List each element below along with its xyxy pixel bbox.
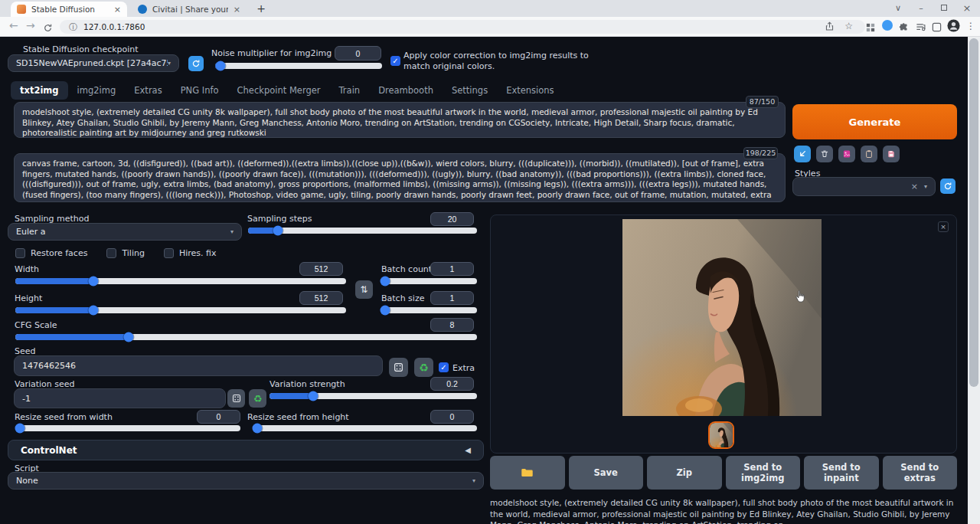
tab-img2img[interactable]: img2img [68, 81, 126, 100]
send-to-img2img-button[interactable]: Send to img2img [726, 456, 801, 490]
slider-knob[interactable] [381, 277, 390, 287]
browser-tab-stable-diffusion[interactable]: Stable Diffusion × [11, 2, 127, 17]
generated-image[interactable] [622, 219, 822, 416]
slider-knob[interactable] [88, 277, 98, 287]
styles-dropdown[interactable]: × ▾ [792, 177, 936, 196]
swap-dimensions-button[interactable]: ⇅ [355, 280, 373, 299]
tab-dreambooth[interactable]: Dreambooth [369, 81, 443, 100]
cfg-scale-slider[interactable] [15, 334, 477, 340]
batch-size-value[interactable] [430, 291, 474, 305]
bookmark-star-icon[interactable]: ☆ [844, 21, 853, 31]
save-button[interactable]: Save [569, 456, 644, 490]
slider-knob[interactable] [308, 391, 318, 401]
batch-size-slider[interactable] [381, 307, 477, 313]
color-correction-checkbox[interactable]: ✓ [390, 56, 400, 66]
variation-strength-slider[interactable] [270, 393, 477, 399]
save-style-button[interactable] [883, 146, 900, 162]
side-panel-icon[interactable] [932, 21, 942, 35]
script-dropdown[interactable]: None ▾ [8, 472, 484, 490]
generate-button[interactable]: Generate [792, 104, 957, 139]
sampling-steps-slider[interactable] [248, 228, 477, 234]
resize-seed-height-value[interactable] [430, 410, 474, 424]
slider-knob[interactable] [123, 332, 133, 342]
playlist-icon[interactable] [916, 21, 926, 35]
variation-seed-recycle-button[interactable]: ♻ [249, 389, 266, 408]
slider-knob[interactable] [15, 424, 24, 434]
batch-count-slider[interactable] [381, 278, 477, 284]
cfg-scale-value[interactable] [430, 318, 474, 332]
paste-params-button[interactable] [794, 146, 811, 162]
tab-png-info[interactable]: PNG Info [172, 81, 228, 100]
batch-count-value[interactable] [430, 262, 474, 276]
back-icon[interactable]: ← [9, 19, 18, 31]
extension-blue-icon[interactable] [882, 20, 893, 31]
apply-style-button[interactable] [861, 146, 877, 162]
profile-avatar[interactable] [947, 19, 960, 35]
height-slider[interactable] [15, 307, 346, 313]
variation-seed-dice-button[interactable] [227, 389, 245, 408]
tiling-checkbox[interactable] [106, 248, 116, 258]
extra-seed-checkbox[interactable]: ✓ [439, 362, 449, 372]
new-tab-button[interactable]: + [254, 2, 268, 16]
clear-styles-icon[interactable]: × [911, 182, 918, 192]
random-seed-dice-button[interactable] [389, 358, 408, 377]
tab-train[interactable]: Train [330, 81, 370, 100]
noise-multiplier-slider[interactable] [215, 63, 382, 69]
controlnet-accordion[interactable]: ControlNet ◀ [8, 440, 484, 460]
extensions-puzzle-icon[interactable] [899, 21, 909, 35]
height-value[interactable] [299, 291, 343, 305]
extra-networks-button[interactable] [838, 146, 855, 162]
resize-seed-height-slider[interactable] [253, 425, 477, 431]
checkpoint-refresh-button[interactable] [188, 56, 204, 71]
share-icon[interactable] [825, 21, 835, 33]
extension-grid-icon[interactable] [866, 21, 875, 35]
tab-extensions[interactable]: Extensions [497, 81, 563, 100]
clear-prompt-button[interactable] [816, 146, 833, 162]
slider-knob[interactable] [215, 61, 225, 71]
send-to-extras-button[interactable]: Send to extras [883, 456, 958, 490]
forward-icon[interactable]: → [26, 19, 35, 31]
variation-strength-value[interactable] [430, 377, 474, 391]
resize-seed-width-slider[interactable] [15, 425, 240, 431]
tab-txt2img[interactable]: txt2img [11, 81, 68, 100]
chrome-menu-chevron-icon[interactable]: ∨ [887, 0, 910, 17]
zip-button[interactable]: Zip [647, 456, 722, 490]
slider-knob[interactable] [252, 424, 262, 434]
sampling-method-dropdown[interactable]: Euler a ▾ [8, 223, 242, 241]
styles-refresh-button[interactable] [940, 178, 956, 194]
width-value[interactable] [299, 262, 343, 276]
site-info-icon[interactable]: ⓘ [69, 21, 77, 33]
width-slider[interactable] [15, 278, 346, 284]
slider-knob[interactable] [381, 306, 390, 316]
tab-extras[interactable]: Extras [125, 81, 171, 100]
page-scrollbar[interactable] [968, 37, 980, 524]
refresh-icon[interactable] [43, 21, 53, 36]
prompt-textarea[interactable]: modelshoot style, (extremely detailed CG… [14, 102, 786, 138]
window-close-button[interactable]: × [956, 0, 978, 17]
resize-seed-width-value[interactable] [197, 410, 240, 424]
noise-multiplier-value[interactable] [335, 46, 381, 61]
reuse-seed-recycle-button[interactable]: ♻ [414, 358, 433, 377]
chrome-menu-icon[interactable]: ⋮ [966, 21, 975, 31]
tab-close-icon[interactable]: × [234, 5, 240, 15]
hires-fix-checkbox[interactable] [164, 248, 174, 258]
scrollbar-thumb[interactable] [969, 38, 978, 387]
window-minimize-button[interactable]: – [910, 0, 933, 17]
address-bar[interactable]: ⓘ 127.0.0.1:7860 ☆ [60, 20, 865, 34]
window-restore-button[interactable] [933, 0, 956, 17]
variation-seed-input[interactable] [14, 388, 226, 408]
send-to-inpaint-button[interactable]: Send to inpaint [804, 456, 879, 490]
checkpoint-dropdown[interactable]: SD15NewVAEpruned.ckpt [27a4ac756c] ▾ [8, 54, 179, 72]
seed-input[interactable] [14, 355, 383, 376]
slider-knob[interactable] [273, 226, 283, 236]
slider-knob[interactable] [88, 306, 98, 316]
browser-tab-civitai[interactable]: Civitai | Share your models × [132, 2, 247, 17]
negative-prompt-textarea[interactable]: canvas frame, cartoon, 3d, ((disfigured)… [14, 153, 786, 202]
tab-settings[interactable]: Settings [443, 81, 497, 100]
sampling-steps-value[interactable] [430, 212, 474, 226]
restore-faces-checkbox[interactable] [15, 248, 25, 258]
open-folder-button[interactable] [490, 456, 565, 490]
close-image-icon[interactable]: × [938, 221, 949, 232]
tab-checkpoint-merger[interactable]: Checkpoint Merger [228, 81, 330, 100]
gallery-thumbnail-selected[interactable] [708, 421, 734, 449]
